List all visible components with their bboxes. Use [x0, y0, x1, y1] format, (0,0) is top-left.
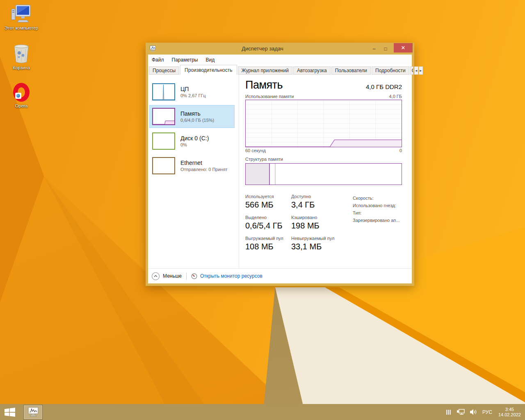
desktop-icon-label: Корзина [4, 65, 39, 71]
tab-processes[interactable]: Процессы [149, 66, 179, 75]
disk-thumbnail-graph [152, 132, 175, 150]
desktop-icon-label: Opera [4, 103, 39, 109]
sidebar-item-name: ЦП [180, 86, 206, 93]
opera-badge-icon [15, 93, 21, 99]
tab-performance[interactable]: Производительность [180, 65, 237, 75]
footer-separator [186, 273, 187, 280]
stat-value: 108 МБ [245, 242, 291, 251]
window-icon [150, 46, 157, 52]
window-footer: Меньше Открыть монитор ресурсов [148, 268, 412, 283]
tab-details[interactable]: Подробности [372, 66, 409, 75]
panel-title: Память [245, 79, 283, 91]
performance-sidebar: ЦП 0% 2,67 ГГц Память 0,6/4,0 ГБ (15%) [148, 75, 239, 268]
sidebar-item-sub: 0,6/4,0 ГБ (15%) [180, 117, 214, 123]
memory-segment-free [276, 164, 402, 185]
sidebar-item-cpu[interactable]: ЦП 0% 2,67 ГГц [149, 80, 235, 103]
opera-icon [4, 80, 39, 102]
memory-capacity: 4,0 ГБ DDR2 [366, 83, 402, 91]
clock-date: 14.02.2022 [498, 412, 521, 418]
menu-view[interactable]: Вид [205, 57, 215, 63]
cpu-thumbnail-graph [152, 83, 175, 100]
tab-startup[interactable]: Автозагрузка [293, 66, 331, 75]
memory-segment-in-use [246, 164, 269, 185]
axis-right-label: 0 [399, 148, 402, 153]
tab-strip: Процессы Производительность Журнал прило… [148, 65, 412, 75]
tab-scroll-right-icon[interactable]: ► [419, 66, 423, 75]
sidebar-item-sub: 0% [180, 142, 209, 148]
desktop-icon-label: Этот компьютер [4, 25, 39, 31]
hw-info-line: Зарезервировано ап... [353, 217, 402, 224]
open-resource-monitor-link[interactable]: Открыть монитор ресурсов [191, 273, 262, 279]
clock-time: 3:45 [498, 407, 521, 412]
resource-monitor-icon [191, 273, 197, 279]
desktop: Этот компьютер Корзина Opera [0, 0, 525, 420]
desktop-icon-recycle-bin[interactable]: Корзина [4, 42, 39, 71]
sidebar-item-sub: Отправлено: 0 Принят [180, 167, 228, 172]
stat-value: 0,6/5,4 ГБ [245, 221, 291, 231]
taskbar-button-task-manager[interactable] [23, 405, 43, 420]
resource-monitor-label: Открыть монитор ресурсов [200, 273, 262, 279]
menu-options[interactable]: Параметры [172, 57, 198, 63]
hw-info-line: Скорость: [353, 194, 402, 202]
desktop-icon-opera[interactable]: Opera [4, 80, 39, 109]
maximize-button[interactable]: □ [380, 44, 391, 53]
sidebar-item-memory[interactable]: Память 0,6/4,0 ГБ (15%) [149, 105, 235, 128]
system-tray: РУС 3:45 14.02.2022 [446, 407, 525, 418]
recycle-bin-icon [4, 42, 39, 64]
fewer-details-button[interactable]: Меньше [152, 272, 182, 280]
stat-value: 33,1 МБ [291, 242, 353, 251]
tab-scroll-left-icon[interactable]: ◄ [414, 66, 418, 75]
tab-app-history[interactable]: Журнал приложений [238, 66, 292, 75]
memory-stats: Используется566 МБ Доступно3,4 ГБ Выделе… [245, 194, 353, 251]
sidebar-item-name: Память [180, 110, 214, 117]
stat-label: Доступно [291, 194, 353, 199]
task-manager-window: Диспетчер задач – □ ✕ Файл Параметры Вид… [146, 43, 414, 286]
tab-users[interactable]: Пользователи [331, 66, 371, 75]
menu-file[interactable]: Файл [152, 57, 164, 63]
network-icon[interactable] [457, 409, 465, 415]
sidebar-item-disk0[interactable]: Диск 0 (C:) 0% [149, 130, 235, 153]
hardware-info: Скорость: Использовано гнезд: Тип: Зарез… [353, 194, 402, 251]
language-indicator[interactable]: РУС [482, 409, 492, 415]
start-button[interactable] [0, 404, 20, 420]
composition-label: Структура памяти [245, 157, 402, 162]
fewer-details-label: Меньше [163, 273, 182, 279]
tray-app-icon[interactable] [446, 409, 451, 415]
stat-label: Выделено [245, 215, 291, 220]
memory-panel: Память 4,0 ГБ DDR2 Использование памяти … [239, 75, 412, 268]
usage-graph-label: Использование памяти [245, 94, 294, 99]
menubar: Файл Параметры Вид [148, 55, 412, 65]
windows-logo-icon [5, 408, 15, 417]
stat-label: Выгружаемый пул [245, 236, 291, 241]
usage-graph-max: 4,0 ГБ [389, 94, 402, 99]
volume-icon[interactable] [470, 409, 477, 415]
stat-value: 566 МБ [245, 200, 291, 210]
titlebar[interactable]: Диспетчер задач – □ ✕ [148, 43, 412, 55]
tab-services-truncated[interactable]: С [410, 66, 413, 75]
stat-value: 198 МБ [291, 221, 353, 231]
close-button[interactable]: ✕ [394, 43, 413, 52]
sidebar-item-ethernet[interactable]: Ethernet Отправлено: 0 Принят [149, 154, 235, 177]
sidebar-item-name: Ethernet [180, 160, 228, 167]
taskbar-clock[interactable]: 3:45 14.02.2022 [498, 407, 521, 418]
task-manager-icon [27, 407, 39, 418]
sidebar-item-name: Диск 0 (C:) [180, 135, 209, 142]
chevron-up-icon [152, 272, 160, 280]
ethernet-thumbnail-graph [152, 157, 175, 174]
axis-left-label: 60 секунд [245, 148, 266, 153]
desktop-icon-this-pc[interactable]: Этот компьютер [4, 2, 39, 31]
stat-label: Кэшировано [291, 215, 353, 220]
memory-thumbnail-graph [152, 108, 175, 125]
stat-label: Невыгружаемый пул [291, 236, 353, 241]
memory-composition-bar[interactable] [245, 163, 402, 185]
this-pc-icon [4, 2, 39, 24]
sidebar-item-sub: 0% 2,67 ГГц [180, 93, 206, 98]
minimize-button[interactable]: – [368, 44, 380, 53]
memory-segment-standby [270, 164, 275, 185]
window-title: Диспетчер задач [157, 46, 368, 52]
memory-usage-graph[interactable] [245, 100, 402, 147]
stat-value: 3,4 ГБ [291, 200, 353, 210]
stat-label: Используется [245, 194, 291, 199]
hw-info-line: Тип: [353, 209, 402, 217]
taskbar: РУС 3:45 14.02.2022 [0, 404, 525, 420]
